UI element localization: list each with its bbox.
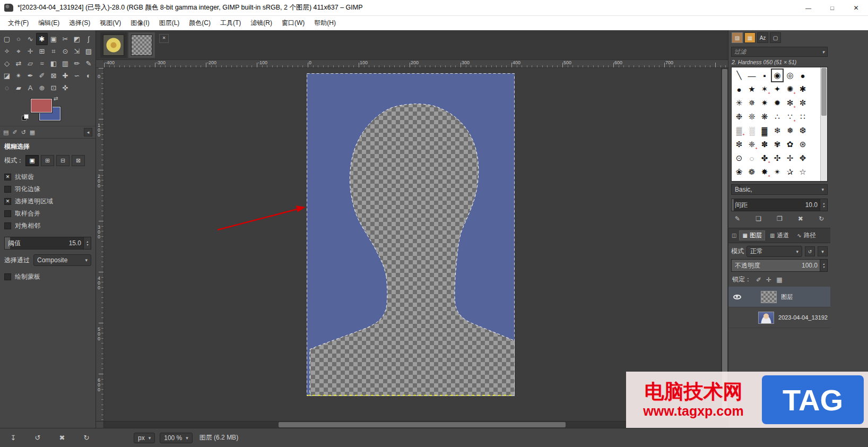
brush-scroll-thumb[interactable]	[821, 68, 827, 116]
checkbox[interactable]: ✕	[4, 198, 11, 205]
brush-item[interactable]: ❅	[784, 124, 796, 137]
layer-mode-dropdown[interactable]: 正常 ▾	[747, 246, 802, 257]
brush-item[interactable]: ∴	[771, 110, 784, 124]
checkbox[interactable]	[4, 222, 11, 229]
menu-item-文件(F)[interactable]: 文件(F)	[3, 16, 33, 30]
tool-flip[interactable]: ⇄	[13, 57, 24, 70]
doc-tab-current[interactable]	[128, 32, 155, 58]
brush-item[interactable]: ✿	[784, 137, 796, 151]
brush-item[interactable]: ☆	[796, 165, 809, 179]
brush-item[interactable]: ❉	[733, 110, 745, 124]
tool-eraser[interactable]: ◪	[1, 70, 13, 82]
document-history-tab-icon[interactable]: ▢	[770, 32, 781, 43]
duplicate-brush-icon[interactable]: ❐	[777, 215, 783, 222]
tool-rotate[interactable]: ⊙	[59, 45, 71, 57]
brush-item[interactable]: ✤+	[758, 151, 771, 165]
tool-intelligent-scissors[interactable]: ✂	[59, 33, 71, 45]
tool-ink[interactable]: ✒	[24, 70, 36, 82]
layer-row[interactable]: 图层	[728, 287, 830, 307]
tool-select-by-color[interactable]: ▣	[48, 33, 59, 45]
checkbox[interactable]	[4, 210, 11, 217]
threshold-slider[interactable]: 阈值 15.0 ▴▾	[4, 237, 91, 250]
menu-item-图层(L)[interactable]: 图层(L)	[154, 16, 185, 30]
mode-switch-button[interactable]: ↺	[805, 246, 815, 256]
brush-item[interactable]: ◉	[771, 68, 784, 82]
brush-filter-input[interactable]: 过滤 ▾	[731, 47, 828, 57]
brush-item[interactable]: ❇	[733, 137, 745, 151]
tool-cage-transform[interactable]: ▱	[24, 57, 36, 70]
checkbox[interactable]: ✕	[4, 174, 11, 180]
brush-item[interactable]: ✽	[758, 137, 771, 151]
brush-item[interactable]: ❆	[796, 124, 809, 137]
swap-colors-icon[interactable]: ⇄	[54, 96, 58, 101]
vertical-ruler[interactable]: 01 0 02 0 03 0 04 0 05 0 06 0 0	[96, 68, 104, 421]
brush-item[interactable]: ✻+	[784, 96, 796, 110]
tool-clone[interactable]: ⊠	[48, 70, 59, 82]
close-tab-button[interactable]: ✕	[159, 34, 169, 43]
tool-pencil[interactable]: ✏	[71, 57, 83, 70]
threshold-spinner[interactable]: ▴▾	[83, 237, 91, 249]
mode-menu-button[interactable]: ▾	[818, 246, 828, 256]
brush-item[interactable]: ❈+	[745, 137, 758, 151]
brush-item[interactable]: ❀	[733, 165, 745, 179]
brush-item[interactable]: ❋	[758, 110, 771, 124]
visibility-toggle[interactable]	[731, 295, 743, 299]
brushes-tab-icon[interactable]: ▨	[732, 32, 743, 43]
tool-gradient[interactable]: ▥	[59, 57, 71, 70]
brush-item[interactable]: ❊	[745, 110, 758, 124]
tool-heal[interactable]: ✚	[59, 70, 71, 82]
canvas-viewport[interactable]	[104, 68, 721, 421]
undo-status-icon[interactable]: ↺	[21, 129, 26, 136]
tool-warp-transform[interactable]: ≈	[36, 57, 48, 70]
zoom-dropdown[interactable]: 100 % ▾	[160, 433, 193, 443]
dock-tab-通道[interactable]: ▥通道	[767, 230, 792, 240]
tool-zoom[interactable]: ⊕	[36, 82, 48, 94]
tool-unified-transform[interactable]: ⊡	[48, 82, 59, 94]
tool-dodge-burn[interactable]: ◐	[83, 70, 94, 82]
spacing-spinner[interactable]: ▴▾	[820, 199, 827, 211]
selection-mode-replace[interactable]: ▣	[25, 155, 39, 166]
brush-item[interactable]: ❁	[745, 165, 758, 179]
lock-paint-icon[interactable]: ✐	[756, 276, 761, 283]
tool-handle-transform[interactable]: ✜	[59, 82, 71, 94]
selection-mode-subtract[interactable]: ⊟	[56, 155, 70, 166]
delete-brush-icon[interactable]: ✖	[798, 215, 803, 222]
checkbox[interactable]	[4, 186, 11, 193]
brush-item[interactable]: ⊙	[733, 151, 745, 165]
save-icon[interactable]: ↧	[6, 434, 20, 442]
brush-item[interactable]: ✶+	[758, 82, 771, 96]
brush-item[interactable]: ✸+	[758, 165, 771, 179]
tool-measure[interactable]: ⌖	[13, 45, 24, 57]
tool-crop[interactable]: ⌗	[48, 45, 59, 57]
tool-foreground-select[interactable]: ◩	[71, 33, 83, 45]
layer-row[interactable]: 2023-04-04_13192	[728, 307, 830, 328]
menu-item-帮助(H)[interactable]: 帮助(H)	[309, 16, 341, 30]
vertical-scrollbar[interactable]	[721, 68, 728, 421]
menu-item-视图(V)[interactable]: 视图(V)	[95, 16, 126, 30]
lock-alpha-icon[interactable]: ▦	[776, 276, 782, 283]
brush-item[interactable]: ✷	[758, 96, 771, 110]
fonts-tab-icon[interactable]: Az	[757, 32, 768, 43]
maximize-button[interactable]: □	[820, 0, 844, 15]
revert-icon[interactable]: ↺	[31, 434, 45, 442]
tool-free-select[interactable]: ∿	[24, 33, 36, 45]
tool-fuzzy-select[interactable]: ✱	[36, 33, 48, 45]
display-status-icon[interactable]: ▤	[3, 129, 8, 136]
tool-paths[interactable]: ∫	[83, 33, 94, 45]
tool-perspective[interactable]: ◇	[1, 57, 13, 70]
tool-shear[interactable]: ▨	[83, 45, 94, 57]
opacity-slider[interactable]: 不透明度 100.0 ▴▾	[731, 259, 828, 272]
brush-item[interactable]: ✺+	[784, 82, 796, 96]
brush-item[interactable]: ∵+	[784, 110, 796, 124]
menu-item-窗口(W)[interactable]: 窗口(W)	[277, 16, 309, 30]
dock-collapse-button[interactable]: ◂	[84, 128, 92, 136]
scroll-corner[interactable]	[96, 422, 104, 428]
tool-paintbrush[interactable]: ✎	[83, 57, 94, 70]
brush-item[interactable]: ❄	[771, 124, 784, 137]
tool-align[interactable]: ⊞	[36, 45, 48, 57]
brush-item[interactable]: ◌	[745, 151, 758, 165]
default-colors-icon[interactable]	[22, 114, 29, 121]
refresh-brushes-icon[interactable]: ↻	[819, 215, 824, 222]
brush-item[interactable]: ▓	[758, 124, 771, 137]
edit-brush-icon[interactable]: ✎	[735, 215, 740, 222]
